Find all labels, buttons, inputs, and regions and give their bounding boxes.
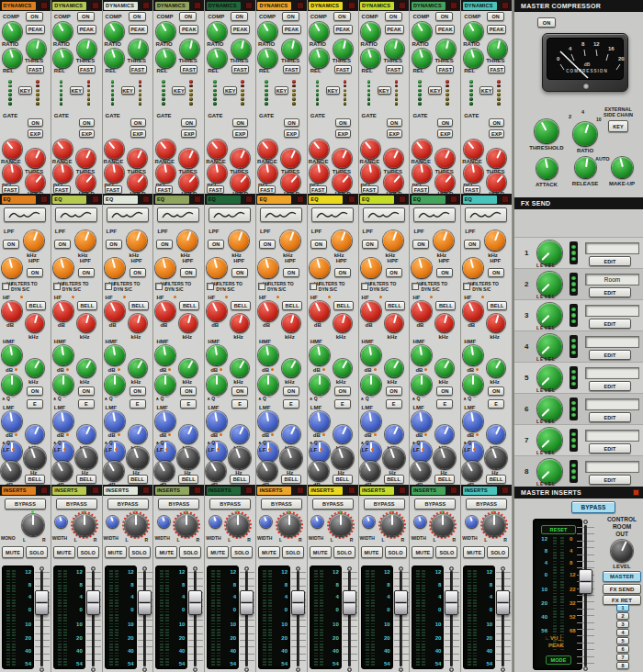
fx-send-edit-button[interactable]: EDIT xyxy=(589,319,631,329)
comp-rel-knob[interactable] xyxy=(412,49,432,68)
eq-curve-button[interactable] xyxy=(4,207,46,222)
gate-rel-knob[interactable] xyxy=(156,163,175,183)
gate-hold-knob[interactable] xyxy=(179,173,198,192)
eq-e-button[interactable]: E xyxy=(78,399,95,409)
master-comp-on-button[interactable]: ON xyxy=(537,17,556,28)
comp-ratio-knob[interactable] xyxy=(53,22,73,41)
filters-to-dyn-checkbox[interactable] xyxy=(53,283,61,290)
fader-track[interactable] xyxy=(245,571,248,666)
channel-select-button-3[interactable]: 3 xyxy=(616,621,629,628)
comp-ratio-knob[interactable] xyxy=(412,22,432,41)
mute-button[interactable]: MUTE xyxy=(463,546,485,558)
hf-gain-knob[interactable] xyxy=(207,301,227,321)
dynamics-collapse-square[interactable] xyxy=(502,2,509,9)
fx-send-level-knob[interactable] xyxy=(537,241,562,265)
mute-button[interactable]: MUTE xyxy=(207,546,229,558)
hmf-q-knob[interactable] xyxy=(412,375,432,395)
hf-freq-knob[interactable] xyxy=(487,314,505,332)
lmf-gain-knob[interactable] xyxy=(2,411,22,431)
hpf-on-button[interactable]: ON xyxy=(180,268,197,277)
eq-collapse-square[interactable] xyxy=(399,196,406,203)
hf-freq-knob[interactable] xyxy=(385,314,403,332)
eq-collapse-square[interactable] xyxy=(245,196,253,203)
meter-mode-button[interactable]: MODE xyxy=(546,655,571,665)
fader-handle[interactable] xyxy=(188,590,202,615)
eq-on-button[interactable]: ON xyxy=(180,386,197,396)
eq-on-button[interactable]: ON xyxy=(436,386,453,396)
hf-bell-button[interactable]: BELL xyxy=(129,301,149,310)
insert-bypass-button[interactable]: BYPASS xyxy=(414,498,456,510)
lmf-freq-knob[interactable] xyxy=(333,425,352,443)
hmf-freq-knob[interactable] xyxy=(487,359,505,377)
hpf-freq-knob[interactable] xyxy=(361,258,381,278)
filters-to-dyn-checkbox[interactable] xyxy=(463,283,470,290)
hmf-freq-knob[interactable] xyxy=(333,359,352,377)
hpf-freq-knob[interactable] xyxy=(155,258,175,278)
comp-fast-button[interactable]: FAST xyxy=(436,65,454,73)
comp-fast-button[interactable]: FAST xyxy=(78,65,96,73)
gate-rel-knob[interactable] xyxy=(464,163,483,183)
comp-thres-knob[interactable] xyxy=(436,39,456,59)
gate-fast-button[interactable]: FAST xyxy=(361,185,378,194)
lf-freq-knob[interactable] xyxy=(434,447,456,469)
eq-curve-button[interactable] xyxy=(107,207,149,222)
comp-peak-button[interactable]: PEAK xyxy=(282,25,301,34)
hmf-q-knob[interactable] xyxy=(2,375,22,395)
lmf-gain-knob[interactable] xyxy=(53,411,73,431)
comp-fast-button[interactable]: FAST xyxy=(231,65,249,73)
width-knob[interactable] xyxy=(466,516,478,528)
lf-bell-button[interactable]: BELL xyxy=(333,475,353,484)
fader-track[interactable] xyxy=(502,571,504,666)
gate-rel-knob[interactable] xyxy=(53,163,73,183)
dynamics-collapse-square[interactable] xyxy=(92,2,99,9)
gate-fast-button[interactable]: FAST xyxy=(155,185,173,194)
width-knob[interactable] xyxy=(158,516,170,528)
comp-on-button[interactable]: ON xyxy=(487,12,504,21)
inserts-collapse-square[interactable] xyxy=(297,487,304,494)
lf-freq-knob[interactable] xyxy=(75,447,97,469)
comp-fast-button[interactable]: FAST xyxy=(334,65,352,73)
gate-exp-button[interactable]: EXP xyxy=(181,129,197,138)
solo-button[interactable]: SOLO xyxy=(26,546,48,558)
gate-exp-button[interactable]: EXP xyxy=(437,129,453,138)
eq-curve-button[interactable] xyxy=(209,207,251,222)
hmf-freq-knob[interactable] xyxy=(282,359,300,377)
key-button[interactable]: KEY xyxy=(275,86,288,95)
gate-hold-knob[interactable] xyxy=(128,173,147,192)
fader-track[interactable] xyxy=(297,571,299,666)
gate-thres-knob[interactable] xyxy=(128,149,147,168)
gate-range-knob[interactable] xyxy=(361,140,380,159)
gate-on-button[interactable]: ON xyxy=(284,118,299,127)
comp-fast-button[interactable]: FAST xyxy=(130,65,147,73)
comp-peak-button[interactable]: PEAK xyxy=(179,25,198,34)
hf-gain-knob[interactable] xyxy=(53,301,73,321)
lf-gain-knob[interactable] xyxy=(462,461,482,481)
hmf-freq-knob[interactable] xyxy=(26,359,44,377)
inserts-collapse-square[interactable] xyxy=(245,487,253,494)
gate-exp-button[interactable]: EXP xyxy=(130,129,146,138)
comp-peak-button[interactable]: PEAK xyxy=(435,25,455,34)
master-inserts-bypass-button[interactable]: BYPASS xyxy=(571,501,615,513)
gate-hold-knob[interactable] xyxy=(76,173,96,192)
comp-fast-button[interactable]: FAST xyxy=(27,65,44,73)
solo-button[interactable]: SOLO xyxy=(129,546,151,558)
hf-gain-knob[interactable] xyxy=(412,301,432,321)
lpf-on-button[interactable]: ON xyxy=(412,240,429,249)
insert-bypass-button[interactable]: BYPASS xyxy=(5,498,46,510)
fx-send-edit-button[interactable]: EDIT xyxy=(589,381,631,391)
comp-fast-button[interactable]: FAST xyxy=(386,65,403,73)
fader-track[interactable] xyxy=(450,571,453,666)
hf-freq-knob[interactable] xyxy=(231,314,249,332)
hmf-freq-knob[interactable] xyxy=(231,359,249,377)
hpf-on-button[interactable]: ON xyxy=(283,268,299,277)
gate-exp-button[interactable]: EXP xyxy=(387,129,402,138)
fx-send-name-field[interactable] xyxy=(585,305,639,317)
channel-select-button-5[interactable]: 5 xyxy=(616,637,629,644)
key-button[interactable]: KEY xyxy=(121,86,135,95)
eq-e-button[interactable]: E xyxy=(283,399,299,409)
eq-curve-button[interactable] xyxy=(465,207,507,222)
gate-exp-button[interactable]: EXP xyxy=(284,129,299,138)
lmf-gain-knob[interactable] xyxy=(412,411,432,431)
hpf-freq-knob[interactable] xyxy=(258,258,278,278)
lpf-freq-knob[interactable] xyxy=(24,230,44,251)
